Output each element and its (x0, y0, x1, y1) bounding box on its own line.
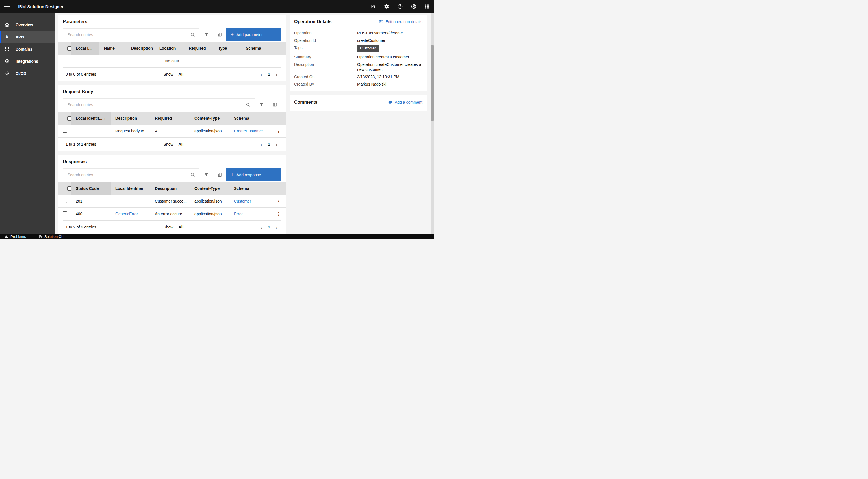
request-body-search (63, 98, 255, 111)
sort-ascending-icon: ↑ (100, 186, 102, 191)
share-icon[interactable] (366, 0, 380, 13)
select-all-checkbox[interactable] (67, 186, 71, 191)
column-settings-icon[interactable] (213, 28, 226, 41)
table-row[interactable]: Request body to... ✓ application/json Cr… (58, 125, 286, 137)
next-page-icon[interactable]: › (276, 225, 277, 230)
column-header-required[interactable]: Required (184, 42, 214, 55)
row-checkbox[interactable] (63, 198, 67, 203)
parameters-search-input[interactable] (63, 29, 186, 41)
column-header-location[interactable]: Location (155, 42, 184, 55)
field-value: createCustomer (357, 38, 423, 43)
menu-icon[interactable] (0, 0, 14, 13)
current-page: 1 (268, 142, 270, 147)
column-settings-icon[interactable] (268, 98, 281, 111)
column-header-local-identifier[interactable]: Local Identifier (111, 182, 150, 195)
filter-icon[interactable] (199, 168, 213, 181)
search-icon[interactable] (186, 172, 199, 178)
column-header-local-identifier[interactable]: Local Identif... ↑ (71, 112, 111, 125)
filter-icon[interactable] (199, 28, 213, 41)
solution-cli-button[interactable]: Solution CLI (38, 234, 64, 238)
table-row[interactable]: 400 GenericError An error occure... appl… (58, 207, 286, 220)
detail-row-summary: Summary Operation creates a customer. (294, 55, 423, 60)
request-body-toolbar (63, 98, 281, 111)
responses-title: Responses (58, 155, 286, 164)
schema-link[interactable]: CreateCustomer (234, 129, 263, 133)
table-row[interactable]: 201 Customer succe... application/json C… (58, 195, 286, 207)
settings-gear-icon[interactable] (380, 0, 393, 13)
sidebar-item-domains[interactable]: Domains (0, 43, 55, 55)
column-header-name[interactable]: Name (99, 42, 127, 55)
row-checkbox[interactable] (63, 211, 67, 216)
select-all-checkbox[interactable] (67, 116, 71, 121)
file-code-icon (38, 235, 42, 238)
brand-prefix: IBM (18, 4, 26, 9)
column-header-schema[interactable]: Schema (241, 42, 286, 55)
overflow-menu-icon[interactable]: ⋮ (277, 129, 281, 133)
detail-row-created-on: Created On 3/13/2023, 12:13:31 PM (294, 74, 423, 79)
select-all-checkbox[interactable] (67, 46, 71, 51)
row-checkbox[interactable] (63, 128, 67, 133)
page-size-select[interactable]: All (179, 225, 184, 229)
help-icon[interactable] (393, 0, 407, 13)
field-value: POST /customers/-/create (357, 31, 423, 36)
add-response-button[interactable]: + Add response (226, 168, 281, 181)
problems-button[interactable]: Problems (4, 234, 26, 238)
schema-link[interactable]: Customer (234, 199, 251, 203)
previous-page-icon[interactable]: ‹ (260, 142, 262, 147)
main-content: Parameters + Add parameter (55, 13, 434, 240)
detail-row-tags: Tags Customer (294, 45, 423, 52)
sort-ascending-icon: ↑ (93, 46, 95, 51)
column-header-content-type[interactable]: Content-Type (190, 112, 229, 125)
column-header-status-code[interactable]: Status Code ↑ (71, 182, 111, 195)
cell-content-type: application/json (190, 212, 229, 216)
responses-search-input[interactable] (63, 169, 186, 181)
parameters-toolbar: + Add parameter (63, 28, 281, 41)
request-body-search-input[interactable] (63, 99, 242, 111)
sidebar-item-overview[interactable]: Overview (0, 19, 55, 31)
next-page-icon[interactable]: › (276, 142, 277, 147)
page-size-select[interactable]: All (179, 72, 184, 76)
sidebar-item-integrations[interactable]: Integrations (0, 55, 55, 67)
search-icon[interactable] (242, 102, 255, 107)
field-value: Markus Nadolski (357, 82, 423, 87)
app-switcher-icon[interactable] (421, 0, 434, 13)
column-header-description[interactable]: Description (150, 182, 190, 195)
column-header-required[interactable]: Required (150, 112, 190, 125)
add-parameter-button[interactable]: + Add parameter (226, 28, 281, 41)
overflow-menu-icon[interactable]: ⋮ (277, 212, 281, 216)
parameters-card: Parameters + Add parameter (58, 15, 286, 81)
filter-icon[interactable] (255, 98, 268, 111)
cell-description: Customer succe... (150, 199, 190, 203)
add-comment-button[interactable]: Add a comment (388, 100, 423, 104)
column-header-content-type[interactable]: Content-Type (190, 182, 229, 195)
search-icon[interactable] (186, 32, 199, 37)
previous-page-icon[interactable]: ‹ (260, 72, 262, 77)
overflow-menu-icon[interactable]: ⋮ (277, 199, 281, 203)
column-header-type[interactable]: Type (214, 42, 241, 55)
edit-operation-details-button[interactable]: Edit operation details (379, 20, 423, 24)
sidebar-item-label: CI/CD (16, 71, 26, 76)
previous-page-icon[interactable]: ‹ (260, 225, 262, 230)
scrollbar-track[interactable] (431, 13, 434, 233)
detail-row-description: Description Operation createCustomer cre… (294, 62, 423, 72)
cell-content-type: application/json (190, 129, 229, 133)
tag-customer[interactable]: Customer (357, 45, 379, 52)
show-label: Show (164, 225, 174, 229)
column-header-description[interactable]: Description (111, 112, 150, 125)
column-header-schema[interactable]: Schema (229, 112, 286, 125)
page-size-select[interactable]: All (179, 142, 184, 147)
edit-icon (379, 20, 383, 24)
column-header-local-identifier[interactable]: Local I... ↑ (71, 42, 99, 55)
entries-range: 1 to 1 of 1 entries (66, 142, 164, 147)
column-header-schema[interactable]: Schema (229, 182, 286, 195)
column-settings-icon[interactable] (213, 168, 226, 181)
sidebar-item-apis[interactable]: # APIs (0, 31, 55, 43)
column-header-description[interactable]: Description (127, 42, 155, 55)
next-page-icon[interactable]: › (276, 72, 277, 77)
sidebar-item-cicd[interactable]: CI/CD (0, 67, 55, 79)
solution-cli-label: Solution CLI (44, 234, 64, 238)
local-identifier-link[interactable]: GenericError (115, 212, 138, 216)
user-account-icon[interactable] (407, 0, 421, 13)
scrollbar-thumb[interactable] (431, 44, 434, 122)
schema-link[interactable]: Error (234, 212, 243, 216)
